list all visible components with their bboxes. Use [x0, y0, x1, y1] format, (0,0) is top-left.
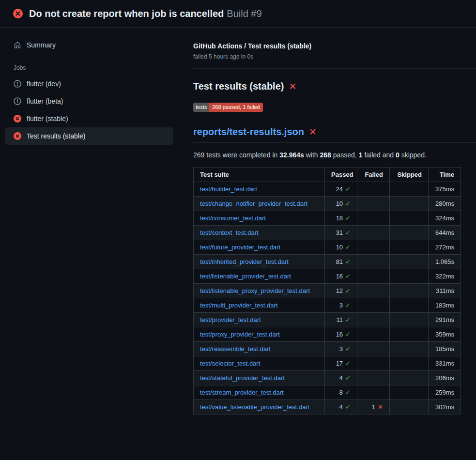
suite-link[interactable]: test/change_notifier_provider_test.dart [200, 200, 307, 207]
suite-cell: test/listenable_proxy_provider_test.dart [194, 284, 325, 298]
table-row: test/consumer_test.dart18✓324ms [194, 211, 461, 226]
suite-link[interactable]: test/provider_test.dart [200, 316, 261, 323]
failed-cell [357, 371, 390, 385]
check-icon: ✓ [345, 403, 351, 411]
summary-value: 1 [359, 151, 363, 159]
passed-cell: 3✓ [325, 342, 357, 356]
suite-link[interactable]: test/builder_test.dart [200, 185, 257, 193]
check-icon: ✓ [345, 360, 351, 367]
time-cell: 331ms [429, 356, 461, 371]
table-row: test/stream_provider_test.dart8✓259ms [194, 385, 461, 400]
suite-link[interactable]: test/proxy_provider_test.dart [200, 331, 280, 338]
suite-cell: test/stream_provider_test.dart [194, 385, 325, 400]
time-cell: 324ms [429, 211, 461, 226]
suite-link[interactable]: test/consumer_test.dart [200, 215, 266, 222]
skipped-cell [390, 211, 429, 226]
x-icon: ✕ [309, 127, 317, 137]
sidebar-job-flutter-stable[interactable]: flutter (stable) [5, 110, 173, 127]
check-icon: ✓ [345, 316, 351, 323]
cancelled-icon [14, 80, 21, 88]
time-cell: 183ms [429, 298, 461, 313]
check-run-header: Do not create report when job is cancell… [0, 0, 476, 28]
table-header-row: Test suitePassedFailedSkippedTime [194, 168, 461, 182]
job-label: Test results (stable) [27, 132, 85, 140]
check-icon: ✓ [345, 273, 351, 280]
failed-cell [357, 298, 390, 313]
jobs-list: flutter (dev)flutter (beta)flutter (stab… [5, 75, 173, 145]
suite-link[interactable]: test/stream_provider_test.dart [200, 389, 284, 396]
suite-cell: test/consumer_test.dart [194, 211, 325, 226]
count-value: 24 [336, 185, 343, 193]
skipped-cell [390, 197, 429, 211]
table-row: test/multi_provider_test.dart3✓183ms [194, 298, 461, 313]
passed-cell: 24✓ [325, 182, 357, 197]
table-row: test/stateful_provider_test.dart4✓206ms [194, 371, 461, 385]
failed-cell [357, 385, 390, 400]
table-row: test/selector_test.dart17✓331ms [194, 356, 461, 371]
passed-cell: 16✓ [325, 327, 357, 342]
passed-cell: 8✓ [325, 385, 357, 400]
x-icon: ✕ [289, 82, 296, 91]
suite-cell: test/context_test.dart [194, 226, 325, 240]
check-icon: ✓ [345, 345, 351, 353]
count-value: 31 [336, 229, 343, 236]
job-label: flutter (dev) [27, 80, 61, 88]
check-icon: ✓ [345, 331, 351, 338]
report-file-link[interactable]: reports/test-results.json [193, 126, 304, 138]
suite-cell: test/selector_test.dart [194, 356, 325, 371]
x-circle-icon [14, 132, 21, 140]
count-value: 81 [336, 258, 343, 265]
table-row: test/inherited_provider_test.dart81✓1.06… [194, 255, 461, 269]
failed-cell [357, 197, 390, 211]
suite-cell: test/future_provider_test.dart [194, 240, 325, 255]
suite-link[interactable]: test/value_listenable_provider_test.dart [200, 403, 309, 411]
check-icon: ✓ [345, 229, 351, 236]
suite-link[interactable]: test/future_provider_test.dart [200, 244, 280, 251]
time-cell: 375ms [429, 182, 461, 197]
failed-cell [357, 240, 390, 255]
home-icon [14, 41, 21, 49]
table-row: test/provider_test.dart11✓291ms [194, 313, 461, 327]
suite-link[interactable]: test/reassemble_test.dart [200, 345, 271, 353]
table-row: test/future_provider_test.dart10✓272ms [194, 240, 461, 255]
x-circle-icon [13, 9, 23, 18]
summary-text: skipped. [399, 151, 427, 159]
main-content: GitHub Actions / Test results (stable) f… [178, 28, 476, 414]
col-header-skipped: Skipped [390, 168, 429, 182]
skipped-cell [390, 298, 429, 313]
time-cell: 272ms [429, 240, 461, 255]
suite-link[interactable]: test/multi_provider_test.dart [200, 302, 277, 309]
table-row: test/reassemble_test.dart3✓185ms [194, 342, 461, 356]
failed-cell: 1✕ [357, 400, 390, 414]
suite-cell: test/inherited_provider_test.dart [194, 255, 325, 269]
sidebar-job-test-results-stable[interactable]: Test results (stable) [5, 127, 173, 145]
time-cell: 359ms [429, 327, 461, 342]
suite-cell: test/multi_provider_test.dart [194, 298, 325, 313]
sidebar-job-flutter-beta[interactable]: flutter (beta) [5, 92, 173, 110]
count-value: 10 [336, 244, 343, 251]
count-value: 17 [336, 360, 343, 367]
run-status-text: failed 5 hours ago in 0s [193, 53, 476, 60]
skipped-cell [390, 269, 429, 284]
suite-link[interactable]: test/inherited_provider_test.dart [200, 258, 289, 265]
job-label: flutter (beta) [27, 97, 63, 105]
count-value: 3 [339, 345, 343, 353]
summary-value: 268 [320, 151, 331, 159]
passed-cell: 11✓ [325, 313, 357, 327]
suite-link[interactable]: test/context_test.dart [200, 229, 259, 236]
suite-link[interactable]: test/stateful_provider_test.dart [200, 374, 285, 382]
jobs-section-label: Jobs [5, 64, 173, 71]
count-value: 11 [337, 316, 343, 323]
count-value: 16 [336, 273, 343, 280]
suite-link[interactable]: test/selector_test.dart [200, 360, 260, 367]
passed-cell: 10✓ [325, 197, 357, 211]
suite-cell: test/proxy_provider_test.dart [194, 327, 325, 342]
suite-link[interactable]: test/listenable_proxy_provider_test.dart [200, 287, 310, 294]
suite-link[interactable]: test/listenable_provider_test.dart [200, 273, 291, 280]
run-title: Do not create report when job is cancell… [29, 8, 224, 19]
col-header-test-suite: Test suite [194, 168, 325, 182]
sidebar-job-flutter-dev[interactable]: flutter (dev) [5, 75, 173, 92]
sidebar-item-summary[interactable]: Summary [5, 36, 173, 54]
suite-cell: test/builder_test.dart [194, 182, 325, 197]
skipped-cell [390, 400, 429, 414]
